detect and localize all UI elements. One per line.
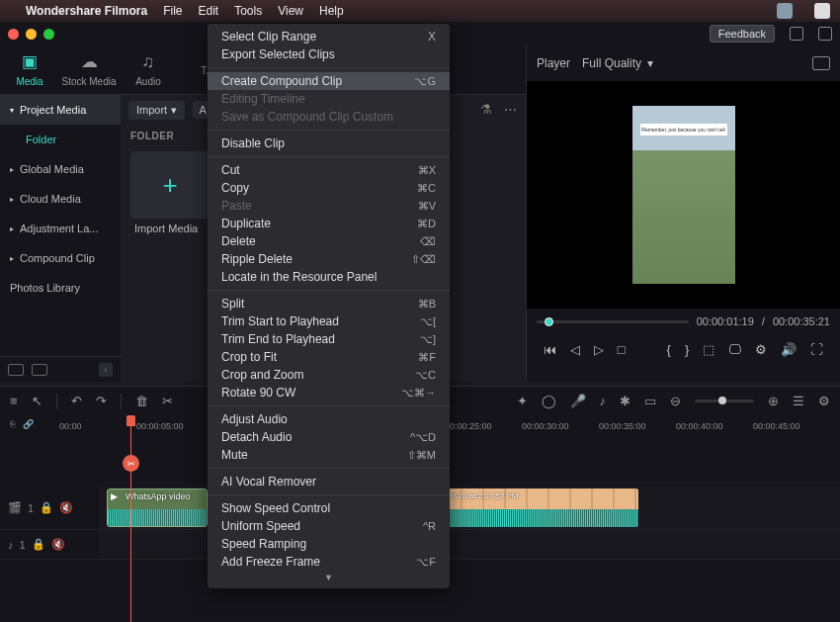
mute-icon[interactable]: 🔇 — [51, 538, 65, 551]
cut-icon[interactable]: ✂ — [162, 394, 173, 408]
filter-icon[interactable]: ⚗ — [478, 102, 494, 118]
zoom-thumb[interactable] — [718, 397, 726, 404]
scrub-track[interactable] — [537, 320, 689, 323]
sidebar-item-photos-library[interactable]: Photos Library — [0, 273, 121, 303]
new-folder-icon[interactable] — [8, 364, 24, 376]
cm-crop-zoom[interactable]: Crop and Zoom⌥C — [208, 366, 450, 384]
playhead-scissors-icon[interactable] — [123, 455, 139, 472]
menu-view[interactable]: View — [278, 4, 303, 18]
playhead[interactable] — [130, 415, 131, 622]
audio-track-icon[interactable]: ♪ — [8, 539, 14, 551]
prev-frame-icon[interactable]: ⏮ — [544, 342, 556, 357]
cm-detach-audio[interactable]: Detach Audio^⌥D — [208, 428, 450, 446]
sidebar-item-project-media[interactable]: ▾ Project Media — [0, 95, 121, 125]
settings-icon[interactable]: ⚙ — [755, 342, 767, 357]
app-name[interactable]: Wondershare Filmora — [26, 4, 147, 18]
menu-help[interactable]: Help — [319, 4, 344, 18]
ratio-icon[interactable]: ⬚ — [703, 342, 714, 357]
window-minimize-button[interactable] — [26, 29, 37, 40]
layout-icon[interactable] — [790, 27, 803, 41]
view-settings-icon[interactable]: ⚙ — [818, 394, 830, 408]
tab-stock-media[interactable]: ☁ Stock Media — [59, 51, 119, 88]
menu-tools[interactable]: Tools — [234, 4, 262, 18]
zoom-in-icon[interactable]: ⊕ — [768, 394, 779, 408]
snapshot-icon[interactable] — [812, 56, 830, 70]
mask-icon[interactable]: ◯ — [542, 394, 556, 408]
cm-trim-start[interactable]: Trim Start to Playhead⌥[ — [208, 312, 450, 330]
mic-icon[interactable]: 🎤 — [570, 394, 586, 408]
window-zoom-button[interactable] — [43, 29, 54, 40]
view-list-icon[interactable]: ☰ — [793, 394, 804, 408]
expand-icon[interactable] — [818, 27, 832, 41]
sidebar-item-cloud-media[interactable]: ▸ Cloud Media — [0, 184, 121, 214]
cm-rotate-90-cw[interactable]: Rotate 90 CW⌥⌘→ — [208, 384, 450, 401]
fullscreen-icon[interactable]: ⛶ — [810, 342, 823, 357]
cm-duplicate[interactable]: Duplicate⌘D — [208, 215, 450, 232]
menu-icon[interactable]: ≡ — [10, 394, 18, 408]
collapse-sidebar-button[interactable]: ‹ — [99, 363, 113, 377]
stop-icon[interactable]: □ — [618, 342, 626, 357]
zoom-out-icon[interactable]: ⊖ — [670, 394, 681, 408]
tray-icon-app[interactable] — [777, 3, 793, 19]
cm-create-compound-clip[interactable]: Create Compound Clip⌥G — [208, 72, 450, 90]
step-back-icon[interactable]: ◁ — [570, 342, 580, 357]
sidebar-item-compound-clip[interactable]: ▸ Compound Clip — [0, 243, 121, 273]
cm-add-freeze-frame[interactable]: Add Freeze Frame⌥F — [208, 553, 450, 571]
sidebar-item-adjustment[interactable]: ▸ Adjustment La... — [0, 214, 121, 243]
effect-icon[interactable]: ✦ — [517, 394, 528, 408]
mark-out-icon[interactable]: } — [685, 342, 689, 357]
cm-ai-vocal-remover[interactable]: AI Vocal Remover — [208, 473, 450, 490]
music-icon[interactable]: ♪ — [600, 394, 607, 408]
tray-icon-a[interactable] — [814, 3, 830, 19]
menu-edit[interactable]: Edit — [198, 4, 218, 18]
video-track-icon[interactable]: 🎬 — [8, 501, 22, 514]
marker-icon[interactable]: ▭ — [644, 394, 656, 408]
ai-icon[interactable]: ✱ — [620, 394, 630, 408]
lock-icon[interactable]: 🔒 — [40, 501, 53, 514]
cm-cut[interactable]: Cut⌘X — [208, 161, 450, 179]
import-media-tile[interactable]: + — [130, 151, 210, 219]
mute-icon[interactable]: 🔇 — [59, 501, 73, 514]
cm-disable-clip[interactable]: Disable Clip — [208, 134, 450, 152]
redo-icon[interactable]: ↷ — [96, 394, 107, 408]
window-close-button[interactable] — [8, 29, 19, 40]
play-icon[interactable]: ▷ — [594, 342, 604, 357]
monitor-icon[interactable]: 🖵 — [728, 342, 741, 357]
link-icon[interactable]: 🔗 — [23, 419, 34, 429]
volume-icon[interactable]: 🔊 — [781, 342, 797, 357]
timeline-clip-1[interactable]: ▶ WhatsApp video — [107, 489, 208, 527]
quality-dropdown[interactable]: Full Quality ▾ — [582, 56, 653, 70]
cm-crop-fit[interactable]: Crop to Fit⌘F — [208, 348, 450, 366]
cm-select-clip-range[interactable]: Select Clip RangeX — [208, 28, 450, 45]
track-link-icon[interactable]: ⎘ — [10, 419, 15, 429]
zoom-slider[interactable] — [695, 400, 754, 402]
mark-in-icon[interactable]: { — [667, 342, 671, 357]
cm-trim-end[interactable]: Trim End to Playhead⌥] — [208, 330, 450, 348]
feedback-button[interactable]: Feedback — [710, 25, 775, 43]
cm-uniform-speed[interactable]: Uniform Speed^R — [208, 517, 450, 535]
preview-viewport[interactable]: Remember, just because you can't tell — [527, 81, 840, 309]
cm-more-indicator[interactable]: ▼ — [208, 571, 450, 584]
import-dropdown[interactable]: Import ▾ — [128, 101, 185, 120]
menu-file[interactable]: File — [163, 4, 182, 18]
cm-adjust-audio[interactable]: Adjust Audio — [208, 410, 450, 428]
delete-icon[interactable]: 🗑 — [135, 394, 148, 408]
cm-show-speed-control[interactable]: Show Speed Control — [208, 499, 450, 517]
cm-speed-ramping[interactable]: Speed Ramping — [208, 535, 450, 553]
cm-export-selected[interactable]: Export Selected Clips — [208, 45, 450, 63]
undo-icon[interactable]: ↶ — [71, 394, 82, 408]
playhead-cap[interactable] — [126, 415, 135, 426]
cm-locate-resource[interactable]: Locate in the Resource Panel — [208, 268, 450, 286]
cm-split[interactable]: Split⌘B — [208, 295, 450, 312]
timeline-clip-2[interactable]: 09-28 at 2.07.57 PM — [441, 489, 638, 527]
lock-icon[interactable]: 🔒 — [32, 538, 45, 551]
cm-ripple-delete[interactable]: Ripple Delete⇧⌫ — [208, 250, 450, 268]
tab-audio[interactable]: ♫ Audio — [119, 52, 178, 88]
cm-delete[interactable]: Delete⌫ — [208, 232, 450, 250]
sidebar-item-folder[interactable]: Folder — [0, 125, 121, 154]
cm-mute[interactable]: Mute⇧⌘M — [208, 446, 450, 464]
cursor-icon[interactable]: ↖ — [32, 394, 42, 408]
tab-media[interactable]: ▣ Media — [0, 51, 59, 88]
cm-copy[interactable]: Copy⌘C — [208, 179, 450, 197]
sidebar-item-global-media[interactable]: ▸ Global Media — [0, 154, 121, 184]
